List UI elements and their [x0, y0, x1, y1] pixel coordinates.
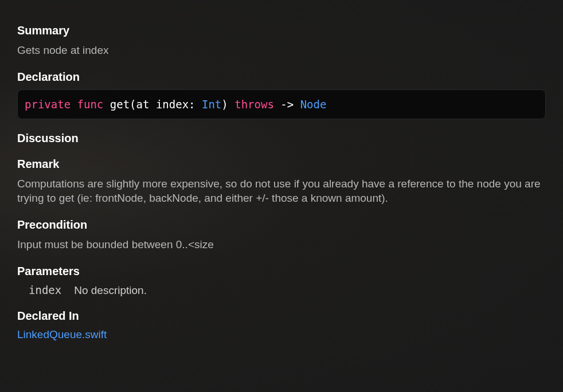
parameters-heading: Parameters: [17, 265, 546, 278]
parameter-description: No description.: [74, 284, 147, 297]
parameter-row: index No description.: [17, 284, 546, 297]
parameter-name: index: [29, 284, 61, 296]
open-paren: (: [130, 98, 136, 111]
precondition-heading: Precondition: [17, 218, 546, 232]
colon-token: :: [189, 98, 195, 111]
func-name: get: [110, 98, 130, 111]
discussion-heading: Discussion: [17, 132, 546, 145]
arg-label: at: [136, 98, 150, 111]
declared-in-file-link[interactable]: LinkedQueue.swift: [17, 328, 546, 341]
precondition-text: Input must be bounded between 0..<size: [17, 237, 546, 252]
declaration-heading: Declaration: [17, 70, 546, 84]
return-type-node: Node: [300, 98, 327, 111]
keyword-func: func: [77, 98, 104, 111]
type-int: Int: [202, 98, 221, 111]
arrow-token: ->: [280, 98, 294, 111]
declaration-code-block: private func get(at index: Int) throws -…: [17, 89, 546, 119]
keyword-private: private: [25, 98, 71, 111]
declared-in-heading: Declared In: [17, 309, 546, 323]
remark-text: Computations are slightly more expensive…: [17, 177, 546, 206]
remark-heading: Remark: [17, 158, 546, 171]
keyword-throws: throws: [234, 98, 274, 111]
summary-text: Gets node at index: [17, 43, 546, 58]
summary-heading: Summary: [17, 24, 546, 37]
param-name-token: index: [156, 98, 189, 111]
close-paren: ): [221, 98, 228, 111]
